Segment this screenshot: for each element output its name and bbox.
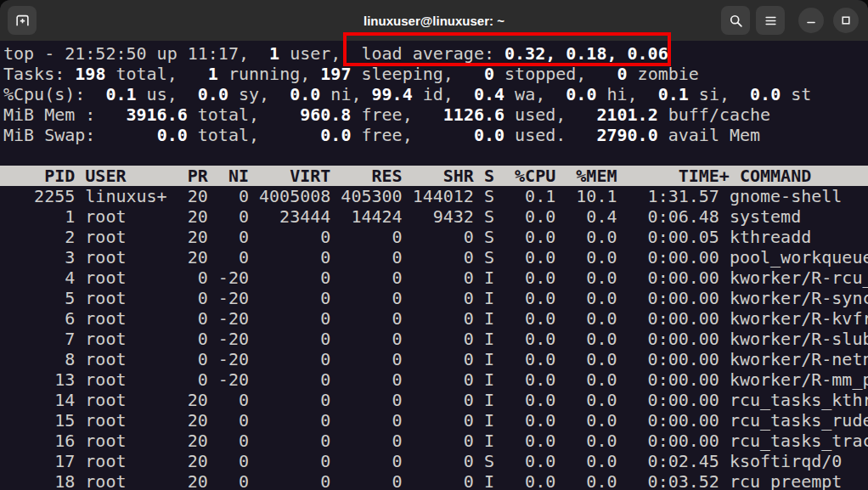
terminal-summary-line: Tasks: 198 total, 1 running, 197 sleepin… <box>0 64 868 84</box>
process-row: 7 root 0 -20 0 0 0 I 0.0 0.0 0:00.00 kwo… <box>0 329 868 349</box>
process-row: 6 root 0 -20 0 0 0 I 0.0 0.0 0:00.00 kwo… <box>0 308 868 329</box>
process-row: 2 root 20 0 0 0 0 S 0.0 0.0 0:00.05 kthr… <box>0 227 868 247</box>
process-row: 13 root 0 -20 0 0 0 I 0.0 0.0 0:00.00 kw… <box>0 369 868 390</box>
search-button[interactable] <box>721 6 750 35</box>
hamburger-menu-icon <box>764 14 778 28</box>
process-row: 17 root 20 0 0 0 0 S 0.0 0.0 0:02.45 kso… <box>0 451 868 471</box>
process-row: 15 root 20 0 0 0 0 I 0.0 0.0 0:00.00 rcu… <box>0 410 868 431</box>
terminal-summary-line: top - 21:52:50 up 11:17, 1 user, load av… <box>0 43 868 64</box>
new-tab-button[interactable] <box>8 6 37 35</box>
terminal-blank-line <box>0 145 868 166</box>
terminal-window: linuxuser@linuxuser: ~ <box>0 0 868 490</box>
search-icon <box>729 14 743 28</box>
process-row: 3 root 20 0 0 0 0 S 0.0 0.0 0:00.00 pool… <box>0 247 868 268</box>
maximize-icon <box>839 14 853 27</box>
maximize-button[interactable] <box>833 8 859 33</box>
minimize-button[interactable] <box>798 8 824 33</box>
new-tab-icon <box>15 14 30 28</box>
titlebar: linuxuser@linuxuser: ~ <box>0 0 868 41</box>
process-row: 14 root 20 0 0 0 0 I 0.0 0.0 0:00.00 rcu… <box>0 390 868 410</box>
terminal-summary-line: %Cpu(s): 0.1 us, 0.0 sy, 0.0 ni, 99.4 id… <box>0 84 868 104</box>
terminal-summary-line: MiB Swap: 0.0 total, 0.0 free, 0.0 used.… <box>0 125 868 145</box>
process-row: 2255 linuxus+ 20 0 4005008 405300 144012… <box>0 186 868 206</box>
menu-button[interactable] <box>756 6 785 35</box>
terminal-screen[interactable]: top - 21:52:50 up 11:17, 1 user, load av… <box>0 41 868 490</box>
process-row: 18 root 20 0 0 0 0 I 0.0 0.0 0:03.52 rcu… <box>0 471 868 490</box>
process-row: 5 root 0 -20 0 0 0 I 0.0 0.0 0:00.00 kwo… <box>0 288 868 308</box>
terminal-summary-line: MiB Mem : 3916.6 total, 960.8 free, 1126… <box>0 104 868 125</box>
minimize-icon <box>804 14 818 27</box>
process-row: 1 root 20 0 23444 14424 9432 S 0.0 0.4 0… <box>0 206 868 227</box>
process-table-header: PID USER PR NI VIRT RES SHR S %CPU %MEM … <box>0 166 868 186</box>
process-row: 16 root 20 0 0 0 0 I 0.0 0.0 0:00.00 rcu… <box>0 431 868 451</box>
process-row: 4 root 0 -20 0 0 0 I 0.0 0.0 0:00.00 kwo… <box>0 268 868 288</box>
process-row: 8 root 0 -20 0 0 0 I 0.0 0.0 0:00.00 kwo… <box>0 349 868 369</box>
